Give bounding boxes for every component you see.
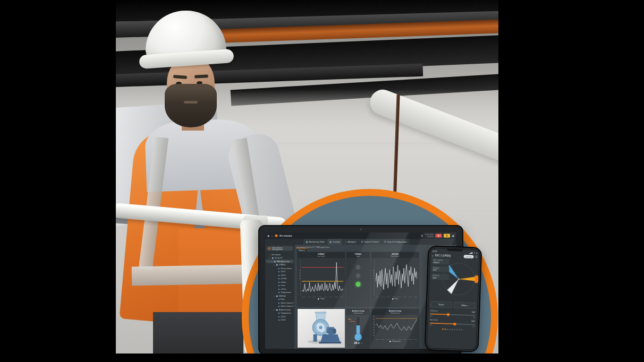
- brand-dot-icon: [275, 235, 277, 237]
- status-light-panel: VVB001 Light: [346, 252, 370, 306]
- tab-data-configuration[interactable]: ⚙Data & Configuration: [382, 239, 410, 245]
- vibration-panel: VVB001 Last fetch 11:0511:1011:1511:2011…: [298, 252, 345, 306]
- signal-icon: ▂▄▆: [469, 252, 473, 253]
- tab-icon: ⚙: [384, 240, 386, 243]
- hysteresis-box: Hysteresis 5,0°: [431, 274, 449, 280]
- brand-name: ifm moneo: [279, 234, 292, 237]
- fan-image-panel: [298, 309, 345, 348]
- datapoint-icon: ◆: [278, 301, 280, 304]
- hysteresis-slider[interactable]: Hysteresis 5,0° 0,1° 10°: [430, 318, 475, 327]
- root-icon: ⌂: [270, 254, 271, 256]
- chevron-down-icon: ▾: [468, 305, 469, 307]
- mouth: [184, 101, 198, 104]
- tab-icon: ◧: [330, 240, 332, 243]
- caret-icon[interactable]: ▾: [274, 264, 275, 266]
- high-limit-label: 38.0: [348, 318, 351, 320]
- x-axis-ticks: 11:0511:1011:1511:2011:2511:3011:3511:40: [371, 338, 419, 340]
- device-sidebar: Open device management ⌂ifm moneo▾▣Serve…: [265, 245, 294, 349]
- orange-handle: [474, 275, 478, 283]
- color-select-button[interactable]: Yellow ▾: [454, 302, 476, 308]
- datapoint-icon: ◆: [278, 271, 280, 273]
- pants: [153, 312, 243, 354]
- panel-subtitle: Last fetch: [317, 255, 325, 257]
- notifications-icon[interactable]: ◉: [267, 235, 269, 237]
- tolerance-box: Tolerance 5,0°: [431, 266, 449, 272]
- alarm-yellow-badge[interactable]: 6: [444, 234, 450, 238]
- x-axis-ticks: 11:0511:1011:1511:2011:2511:3011:3511:40: [298, 295, 345, 297]
- datetime: 12.10.2021 11:36:45: [425, 234, 434, 238]
- caret-icon[interactable]: ▾: [274, 295, 275, 297]
- page-dot[interactable]: [449, 329, 451, 330]
- status-time: 14:26: [433, 250, 437, 252]
- temperature-value: 28.1: [354, 341, 360, 344]
- datapoint-icon: ◆: [278, 285, 280, 287]
- legend-dot: [389, 341, 391, 342]
- status-lamp-yellow: [356, 273, 361, 278]
- page-dot[interactable]: [461, 329, 463, 331]
- datapoint-icon: ◆: [278, 278, 280, 280]
- page-dot[interactable]: [444, 329, 446, 330]
- flow-panel: SM7000 Flow Meter 11:0511:1011:1511:2011…: [371, 252, 419, 306]
- home-icon[interactable]: ⌂: [272, 235, 273, 237]
- thermometer-gauge: 38.0 28.1 °C: [346, 315, 370, 348]
- dashboard-tabs: ▦Monitoring Table◧Cockpit∿Analysis☷Tasks…: [265, 239, 456, 245]
- vibration-chart: [298, 258, 345, 295]
- webcam-dot: [360, 228, 362, 230]
- device-icon: ▦: [276, 308, 278, 311]
- page-dot[interactable]: [452, 329, 453, 330]
- page-dot[interactable]: [447, 329, 448, 330]
- page-dot[interactable]: [456, 329, 458, 331]
- datapoint-icon: ◆: [278, 298, 280, 300]
- caret-icon[interactable]: ▾: [269, 257, 271, 259]
- tab-monitoring-table[interactable]: ▦Monitoring Table: [303, 239, 327, 245]
- teach-button[interactable]: Teach: [430, 301, 452, 308]
- status-lamp-red: [356, 265, 361, 270]
- tab-cockpit[interactable]: ◧Cockpit: [327, 239, 342, 245]
- letterbox-bar: [0, 354, 644, 362]
- device-icon: ▦: [276, 295, 278, 297]
- valve-app: 14:26 ▂▄▆ ≋ ▮ ‹ SSC 1 (OPEN) Live view ☰: [427, 248, 480, 349]
- white-pointer: [447, 279, 459, 294]
- legend-label: Flow: [395, 298, 398, 300]
- caret-icon[interactable]: ▾: [274, 309, 275, 311]
- battery-icon: ▮: [477, 252, 478, 253]
- panel-subtitle: Temperature: [390, 312, 400, 314]
- datapoint-icon: ◆: [278, 281, 280, 283]
- open-device-management-button[interactable]: Open device management: [266, 246, 293, 251]
- panel-subtitle: Light: [356, 255, 360, 257]
- legend-dot: [318, 298, 319, 300]
- tab-icon: ▦: [306, 240, 308, 243]
- tolerance-slider[interactable]: Tolerance 5,0° 0,1° 10°: [430, 309, 475, 318]
- gear-icon[interactable]: ⚙: [421, 235, 423, 237]
- server-icon: ▣: [272, 257, 274, 259]
- legend-label: v-Rms: [320, 298, 325, 300]
- phone-screen: 14:26 ▂▄▆ ≋ ▮ ‹ SSC 1 (OPEN) Live view ☰: [427, 248, 480, 349]
- status-lamp-green: [356, 282, 361, 287]
- caret-icon[interactable]: ▾: [272, 261, 273, 263]
- menu-icon[interactable]: ☰: [475, 255, 477, 258]
- temperature-trend-panel: Ambient temp Temperature 11:0511:1011:15…: [371, 309, 419, 348]
- live-view-pill[interactable]: Live view: [464, 255, 474, 258]
- legend-dot: [392, 298, 394, 300]
- flow-chart: [371, 258, 419, 295]
- tab-tasks-tickets[interactable]: ☷Tasks & Tickets: [359, 239, 381, 245]
- apps-icon[interactable]: ▣: [452, 235, 454, 237]
- tree-item-out2[interactable]: ◆OUT2: [266, 318, 294, 322]
- panel-subtitle: Temperature: [353, 312, 363, 314]
- alarm-red-badge[interactable]: 4: [435, 234, 442, 238]
- high-limit-mark: [350, 321, 355, 322]
- temperature-unit: °C: [360, 343, 362, 344]
- page-dot[interactable]: [459, 329, 460, 331]
- datapoint-icon: ◆: [278, 305, 280, 307]
- fan-illustration: [298, 309, 345, 348]
- wifi-icon: ≋: [474, 252, 476, 253]
- back-icon[interactable]: ‹: [432, 254, 433, 257]
- thermometer-bulb: [354, 333, 362, 341]
- datapoint-icon: ◆: [278, 319, 280, 321]
- page-dot[interactable]: [442, 329, 444, 330]
- time-text: 11:36:45: [427, 236, 433, 238]
- page-dot[interactable]: [454, 329, 455, 331]
- tab-analysis[interactable]: ∿Analysis: [343, 239, 358, 245]
- device-management-icon: [268, 247, 271, 250]
- view-tab-plant1[interactable]: Plant 1: [296, 248, 307, 252]
